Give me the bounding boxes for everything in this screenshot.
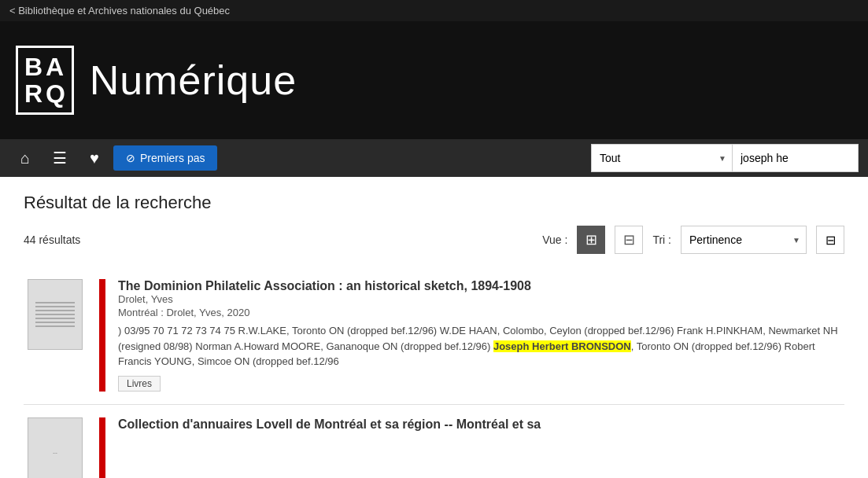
search-highlight: Joseph Herbert BRONSDON [493, 340, 631, 352]
search-category-select[interactable]: Tout Titre Auteur Sujet [591, 144, 733, 172]
thumb-line [35, 306, 75, 307]
search-area: Tout Titre Auteur Sujet [591, 144, 859, 172]
result-publication: Montréal : Drolet, Yves, 2020 [118, 307, 844, 318]
thumbnail-image: -- [28, 417, 83, 479]
header: B A R Q Numérique [0, 21, 868, 139]
premiers-pas-icon: ⊘ [126, 152, 135, 164]
tri-label: Tri : [652, 233, 671, 246]
navbar: ⌂ ☰ ♥ ⊘ Premiers pas Tout Titre Auteur S… [0, 139, 868, 177]
filter-button[interactable]: ⊟ [816, 226, 844, 254]
result-content: The Dominion Philatelic Association : an… [118, 279, 844, 392]
logo-q: Q [46, 81, 65, 106]
result-tag: Livres [118, 376, 161, 392]
grid-view-icon: ⊟ [623, 231, 635, 248]
logo: B A R Q [16, 46, 74, 115]
thumb-line [35, 314, 75, 315]
page-title: Résultat de la recherche [24, 193, 844, 213]
logo-r: R [24, 81, 44, 106]
result-item: The Dominion Philatelic Association : an… [24, 267, 844, 405]
result-title-link[interactable]: The Dominion Philatelic Association : an… [118, 279, 531, 292]
result-type-indicator [99, 417, 105, 479]
list-view-icon: ⊞ [585, 231, 597, 248]
site-title: Numérique [90, 57, 297, 104]
result-title-link[interactable]: Collection d'annuaires Lovell de Montréa… [118, 417, 541, 431]
results-count: 44 résultats [24, 233, 533, 246]
thumb-line [35, 322, 75, 323]
thumb-line [35, 318, 75, 319]
result-thumbnail: -- [24, 417, 87, 479]
thumb-text: -- [53, 449, 57, 457]
view-list-button[interactable]: ⊞ [577, 226, 605, 254]
vue-label: Vue : [542, 233, 567, 246]
menu-button[interactable]: ☰ [44, 142, 76, 174]
logo-block: B A R Q Numérique [16, 46, 297, 115]
logo-b: B [24, 54, 44, 79]
thumbnail-lines [35, 302, 75, 327]
logo-a: A [46, 54, 65, 79]
thumb-line [35, 325, 75, 327]
result-content: Collection d'annuaires Lovell de Montréa… [118, 417, 844, 479]
result-excerpt: ) 03/95 70 71 72 73 74 75 R.W.LAKE, Toro… [118, 323, 844, 370]
thumb-line [35, 310, 75, 311]
sort-wrapper: Pertinence Date Titre Auteur [681, 226, 807, 254]
favorites-button[interactable]: ♥ [79, 142, 110, 174]
premiers-pas-label: Premiers pas [140, 152, 205, 164]
result-type-indicator [99, 279, 105, 392]
sort-select[interactable]: Pertinence Date Titre Auteur [681, 226, 807, 254]
breadcrumb-link[interactable]: < Bibliothèque et Archives nationales du… [9, 5, 230, 17]
premiers-pas-button[interactable]: ⊘ Premiers pas [113, 145, 217, 171]
result-author: Drolet, Yves [118, 293, 844, 305]
content-area: Résultat de la recherche 44 résultats Vu… [0, 177, 868, 478]
search-input[interactable] [733, 144, 859, 172]
result-item: -- Collection d'annuaires Lovell de Mont… [24, 405, 844, 479]
thumb-line [35, 302, 75, 303]
view-grid-button[interactable]: ⊟ [615, 226, 643, 254]
thumbnail-image [28, 279, 83, 350]
search-category-wrapper: Tout Titre Auteur Sujet [591, 144, 733, 172]
filter-icon: ⊟ [826, 233, 836, 248]
home-button[interactable]: ⌂ [9, 142, 41, 174]
results-toolbar: 44 résultats Vue : ⊞ ⊟ Tri : Pertinence … [24, 226, 844, 254]
result-thumbnail [24, 279, 87, 392]
breadcrumb-bar: < Bibliothèque et Archives nationales du… [0, 0, 868, 21]
